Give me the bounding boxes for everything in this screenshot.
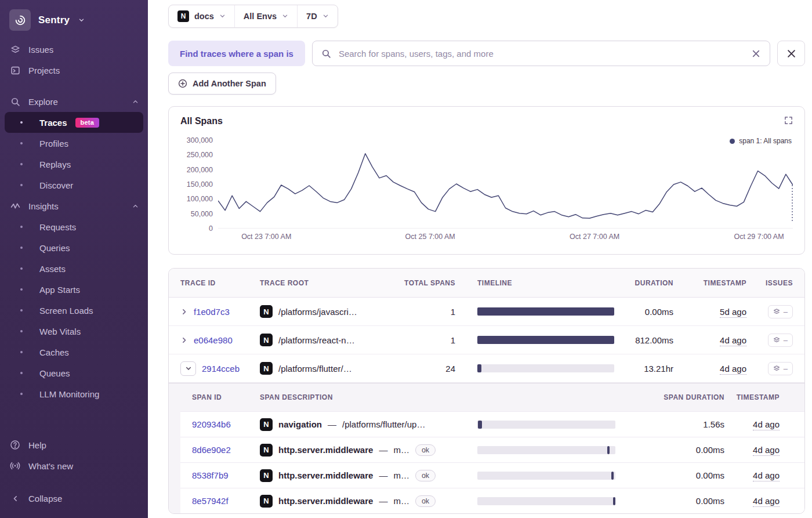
- issues-badge[interactable]: –: [768, 334, 793, 347]
- chevron-down-icon: [322, 12, 329, 21]
- span-id-cell: 8538f7b9: [192, 470, 260, 480]
- issues-badge[interactable]: –: [768, 362, 793, 375]
- collapse-toggle[interactable]: [180, 361, 196, 376]
- environment-selector[interactable]: All Envs: [234, 5, 297, 27]
- column-header-total-spans: TOTAL SPANS: [395, 279, 455, 287]
- sidebar-subitem[interactable]: Screen Loads: [0, 300, 148, 321]
- separator: —: [328, 419, 336, 429]
- span-duration: 0.00ms: [615, 470, 724, 480]
- span-row: 8e57942f N http.server.middleware — m… o…: [180, 488, 804, 513]
- clear-search-icon[interactable]: [751, 49, 761, 59]
- sidebar-subitem[interactable]: Web Vitals: [0, 321, 148, 342]
- span-id-link[interactable]: 8d6e90e2: [192, 445, 231, 455]
- sidebar-subitem[interactable]: Queries: [0, 237, 148, 258]
- project-selector-label: docs: [194, 12, 214, 21]
- x-axis: Oct 23 7:00 AMOct 25 7:00 AMOct 27 7:00 …: [218, 233, 793, 247]
- platform-icon: N: [260, 469, 273, 482]
- timestamp-cell: 4d ago: [673, 335, 746, 345]
- span-search-input[interactable]: [338, 48, 745, 59]
- timestamp-cell: 4d ago: [724, 496, 780, 506]
- sidebar-item-projects[interactable]: Projects: [0, 60, 148, 81]
- bullet-icon: [20, 351, 23, 353]
- span-id-link[interactable]: 8538f7b9: [192, 470, 229, 480]
- sidebar-subitem-label: Caches: [39, 347, 69, 357]
- chevron-down-icon: [219, 12, 226, 21]
- broadcast-icon: [9, 461, 21, 471]
- sidebar-subitem[interactable]: Caches: [0, 342, 148, 363]
- trace-id-link[interactable]: 2914cceb: [202, 364, 240, 374]
- timeline-bar: [613, 497, 615, 505]
- chevron-down-icon: [78, 15, 85, 26]
- issues-icon: [9, 45, 21, 55]
- search-icon: [9, 97, 21, 107]
- trace-row: e064e980 N /platforms/react-n… 1 812.00m…: [169, 326, 804, 354]
- span-description-cell: N http.server.middleware — m… ok: [260, 495, 454, 508]
- sidebar-subitem[interactable]: Profiles: [0, 133, 148, 154]
- project-selector[interactable]: N docs: [169, 5, 234, 27]
- timeline-track: [477, 472, 615, 480]
- issues-count: –: [784, 364, 788, 373]
- sidebar-subitem[interactable]: LLM Monitoring: [0, 383, 148, 404]
- sidebar-group-explore: Explore Traces beta Profiles Replays Dis…: [0, 91, 148, 195]
- trace-rows: f1e0d7c3 N /platforms/javascri… 1 0.00ms…: [169, 298, 804, 383]
- issues-icon: [773, 308, 780, 315]
- expand-toggle[interactable]: [180, 336, 188, 344]
- close-button[interactable]: [777, 41, 805, 66]
- sidebar-group-header-explore[interactable]: Explore: [0, 91, 148, 112]
- sidebar-item-help[interactable]: Help: [0, 434, 148, 455]
- duration: 0.00ms: [614, 307, 673, 317]
- duration: 812.00ms: [614, 335, 673, 345]
- span-id-link[interactable]: 8e57942f: [192, 496, 229, 506]
- plus-icon: [178, 79, 187, 88]
- sidebar-subitem-label: Requests: [39, 222, 76, 232]
- chevron-left-icon: [9, 495, 21, 502]
- sidebar-item-whats-new[interactable]: What's new: [0, 455, 148, 476]
- trace-root: /platforms/react-n…: [278, 335, 355, 345]
- timeline-bar: [477, 307, 614, 316]
- sidebar-subitem[interactable]: Queues: [0, 363, 148, 383]
- platform-icon: N: [260, 418, 273, 431]
- timestamp: 5d ago: [720, 307, 746, 318]
- collapse-label: Collapse: [28, 494, 62, 503]
- status-badge: ok: [415, 495, 436, 507]
- platform-icon: N: [260, 495, 273, 508]
- sidebar-subitem[interactable]: App Starts: [0, 279, 148, 300]
- duration: 13.21hr: [614, 364, 673, 374]
- expand-toggle[interactable]: [180, 308, 188, 316]
- span-description: /platforms/flutter/up…: [342, 419, 425, 429]
- trace-row: f1e0d7c3 N /platforms/javascri… 1 0.00ms…: [169, 298, 804, 326]
- sidebar-group-header-insights[interactable]: Insights: [0, 195, 148, 216]
- add-span-button[interactable]: Add Another Span: [168, 73, 276, 95]
- timestamp-cell: 4d ago: [724, 470, 780, 480]
- date-range-selector[interactable]: 7D: [297, 5, 338, 27]
- trace-id-link[interactable]: f1e0d7c3: [194, 307, 230, 317]
- issues-count: –: [784, 336, 788, 345]
- column-header-timeline: TIMELINE: [477, 279, 614, 287]
- trace-id-cell: 2914cceb: [180, 361, 260, 376]
- trace-root-cell: N /platforms/react-n…: [260, 334, 395, 346]
- sidebar-subitem[interactable]: Traces beta: [5, 112, 143, 133]
- y-axis: 050,000100,000150,000200,000250,000300,0…: [180, 140, 213, 229]
- expand-chart-button[interactable]: [784, 116, 793, 125]
- org-switcher[interactable]: Sentry: [0, 8, 148, 39]
- issues-badge[interactable]: –: [768, 305, 793, 318]
- timeline-track: [477, 364, 614, 372]
- span-id-cell: 920934b6: [192, 419, 260, 429]
- sentry-logo: [9, 9, 31, 31]
- issues-cell: –: [746, 362, 793, 375]
- trace-id-link[interactable]: e064e980: [194, 335, 233, 345]
- environment-selector-label: All Envs: [244, 12, 277, 21]
- span-search-row: Find traces where a span is: [168, 41, 805, 66]
- sidebar-subitem[interactable]: Discover: [0, 175, 148, 195]
- sidebar-item-issues[interactable]: Issues: [0, 39, 148, 60]
- collapse-sidebar-button[interactable]: Collapse: [0, 488, 148, 509]
- separator: —: [379, 496, 387, 506]
- sidebar-subitem[interactable]: Requests: [0, 216, 148, 237]
- sidebar-subitem[interactable]: Assets: [0, 258, 148, 279]
- expanded-trace-spans: SPAN ID SPAN DESCRIPTION SPAN DURATION T…: [169, 383, 804, 513]
- sidebar-subitem[interactable]: Replays: [0, 154, 148, 175]
- span-id-link[interactable]: 920934b6: [192, 419, 231, 429]
- timestamp-cell: 4d ago: [724, 419, 780, 429]
- span-description: m…: [393, 445, 409, 455]
- column-header-timestamp: TIMESTAMP: [673, 279, 746, 287]
